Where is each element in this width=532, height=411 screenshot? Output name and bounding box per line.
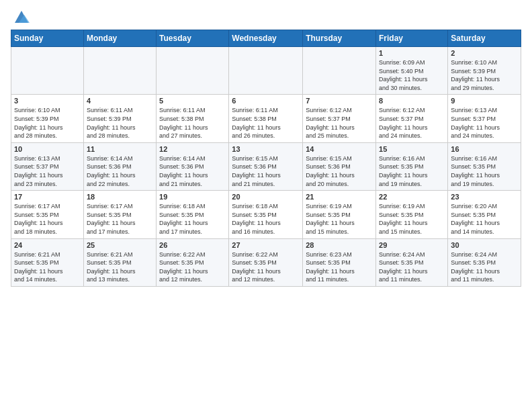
day-info: Sunrise: 6:10 AM Sunset: 5:39 PM Dayligh…	[451, 58, 518, 92]
day-number: 8	[379, 97, 445, 105]
day-number: 16	[451, 145, 518, 153]
day-number: 30	[451, 241, 518, 249]
day-info: Sunrise: 6:22 AM Sunset: 5:35 PM Dayligh…	[232, 250, 300, 284]
day-info: Sunrise: 6:09 AM Sunset: 5:40 PM Dayligh…	[379, 58, 445, 92]
calendar-cell: 13Sunrise: 6:15 AM Sunset: 5:36 PM Dayli…	[229, 142, 303, 190]
calendar-cell: 16Sunrise: 6:16 AM Sunset: 5:35 PM Dayli…	[448, 142, 521, 190]
weekday-header-saturday: Saturday	[448, 30, 521, 47]
week-row-4: 17Sunrise: 6:17 AM Sunset: 5:35 PM Dayli…	[11, 191, 521, 238]
calendar-cell: 8Sunrise: 6:12 AM Sunset: 5:37 PM Daylig…	[376, 95, 448, 142]
day-number: 11	[87, 145, 153, 153]
calendar-cell: 17Sunrise: 6:17 AM Sunset: 5:35 PM Dayli…	[11, 191, 84, 238]
day-number: 21	[306, 193, 373, 201]
calendar-cell: 12Sunrise: 6:14 AM Sunset: 5:36 PM Dayli…	[157, 142, 229, 190]
day-number: 6	[232, 97, 300, 105]
day-number: 3	[14, 97, 81, 105]
day-info: Sunrise: 6:15 AM Sunset: 5:36 PM Dayligh…	[306, 154, 373, 188]
calendar-cell: 11Sunrise: 6:14 AM Sunset: 5:36 PM Dayli…	[83, 142, 156, 190]
day-info: Sunrise: 6:11 AM Sunset: 5:39 PM Dayligh…	[87, 106, 153, 140]
header	[11, 7, 521, 26]
weekday-row: SundayMondayTuesdayWednesdayThursdayFrid…	[11, 30, 521, 47]
day-info: Sunrise: 6:19 AM Sunset: 5:35 PM Dayligh…	[306, 202, 373, 236]
day-number: 28	[306, 241, 373, 249]
day-info: Sunrise: 6:21 AM Sunset: 5:35 PM Dayligh…	[14, 250, 81, 284]
day-info: Sunrise: 6:17 AM Sunset: 5:35 PM Dayligh…	[87, 202, 153, 236]
calendar-cell: 6Sunrise: 6:11 AM Sunset: 5:38 PM Daylig…	[229, 95, 303, 142]
calendar-cell: 18Sunrise: 6:17 AM Sunset: 5:35 PM Dayli…	[83, 191, 156, 238]
day-info: Sunrise: 6:10 AM Sunset: 5:39 PM Dayligh…	[14, 106, 81, 140]
day-info: Sunrise: 6:19 AM Sunset: 5:35 PM Dayligh…	[379, 202, 445, 236]
day-info: Sunrise: 6:23 AM Sunset: 5:35 PM Dayligh…	[306, 250, 373, 284]
calendar-cell: 19Sunrise: 6:18 AM Sunset: 5:35 PM Dayli…	[157, 191, 229, 238]
weekday-header-monday: Monday	[83, 30, 156, 47]
day-info: Sunrise: 6:11 AM Sunset: 5:38 PM Dayligh…	[232, 106, 300, 140]
day-number: 10	[14, 145, 81, 153]
calendar-cell: 14Sunrise: 6:15 AM Sunset: 5:36 PM Dayli…	[303, 142, 376, 190]
day-info: Sunrise: 6:17 AM Sunset: 5:35 PM Dayligh…	[14, 202, 81, 236]
logo	[11, 7, 31, 26]
calendar: SundayMondayTuesdayWednesdayThursdayFrid…	[11, 30, 521, 287]
day-info: Sunrise: 6:14 AM Sunset: 5:36 PM Dayligh…	[87, 154, 153, 188]
calendar-cell	[83, 47, 156, 95]
calendar-cell: 7Sunrise: 6:12 AM Sunset: 5:37 PM Daylig…	[303, 95, 376, 142]
day-number: 27	[232, 241, 300, 249]
page: SundayMondayTuesdayWednesdayThursdayFrid…	[0, 0, 532, 293]
day-number: 17	[14, 193, 81, 201]
calendar-cell: 3Sunrise: 6:10 AM Sunset: 5:39 PM Daylig…	[11, 95, 84, 142]
calendar-cell: 9Sunrise: 6:13 AM Sunset: 5:37 PM Daylig…	[448, 95, 521, 142]
day-number: 13	[232, 145, 300, 153]
weekday-header-tuesday: Tuesday	[157, 30, 229, 47]
day-number: 7	[306, 97, 373, 105]
week-row-2: 3Sunrise: 6:10 AM Sunset: 5:39 PM Daylig…	[11, 95, 521, 142]
day-number: 24	[14, 241, 81, 249]
day-info: Sunrise: 6:24 AM Sunset: 5:35 PM Dayligh…	[379, 250, 445, 284]
calendar-cell	[11, 47, 84, 95]
day-info: Sunrise: 6:16 AM Sunset: 5:35 PM Dayligh…	[379, 154, 445, 188]
day-info: Sunrise: 6:13 AM Sunset: 5:37 PM Dayligh…	[451, 106, 518, 140]
logo-icon	[12, 7, 31, 26]
calendar-cell: 2Sunrise: 6:10 AM Sunset: 5:39 PM Daylig…	[448, 47, 521, 95]
day-number: 4	[87, 97, 153, 105]
day-number: 26	[159, 241, 226, 249]
weekday-header-wednesday: Wednesday	[229, 30, 303, 47]
calendar-cell	[229, 47, 303, 95]
calendar-cell: 22Sunrise: 6:19 AM Sunset: 5:35 PM Dayli…	[376, 191, 448, 238]
calendar-cell: 26Sunrise: 6:22 AM Sunset: 5:35 PM Dayli…	[157, 238, 229, 286]
day-number: 2	[451, 49, 518, 57]
day-number: 23	[451, 193, 518, 201]
day-number: 5	[159, 97, 226, 105]
calendar-cell: 15Sunrise: 6:16 AM Sunset: 5:35 PM Dayli…	[376, 142, 448, 190]
calendar-cell	[157, 47, 229, 95]
day-number: 20	[232, 193, 300, 201]
calendar-cell: 10Sunrise: 6:13 AM Sunset: 5:37 PM Dayli…	[11, 142, 84, 190]
day-info: Sunrise: 6:22 AM Sunset: 5:35 PM Dayligh…	[159, 250, 226, 284]
calendar-cell: 1Sunrise: 6:09 AM Sunset: 5:40 PM Daylig…	[376, 47, 448, 95]
day-number: 25	[87, 241, 153, 249]
day-info: Sunrise: 6:11 AM Sunset: 5:38 PM Dayligh…	[159, 106, 226, 140]
calendar-body: 1Sunrise: 6:09 AM Sunset: 5:40 PM Daylig…	[11, 47, 521, 287]
day-info: Sunrise: 6:20 AM Sunset: 5:35 PM Dayligh…	[451, 202, 518, 236]
day-info: Sunrise: 6:15 AM Sunset: 5:36 PM Dayligh…	[232, 154, 300, 188]
weekday-header-sunday: Sunday	[11, 30, 84, 47]
day-number: 18	[87, 193, 153, 201]
day-info: Sunrise: 6:14 AM Sunset: 5:36 PM Dayligh…	[159, 154, 226, 188]
weekday-header-friday: Friday	[376, 30, 448, 47]
day-info: Sunrise: 6:12 AM Sunset: 5:37 PM Dayligh…	[306, 106, 373, 140]
day-info: Sunrise: 6:13 AM Sunset: 5:37 PM Dayligh…	[14, 154, 81, 188]
week-row-3: 10Sunrise: 6:13 AM Sunset: 5:37 PM Dayli…	[11, 142, 521, 190]
day-info: Sunrise: 6:16 AM Sunset: 5:35 PM Dayligh…	[451, 154, 518, 188]
calendar-cell: 29Sunrise: 6:24 AM Sunset: 5:35 PM Dayli…	[376, 238, 448, 286]
calendar-cell: 21Sunrise: 6:19 AM Sunset: 5:35 PM Dayli…	[303, 191, 376, 238]
day-number: 15	[379, 145, 445, 153]
calendar-cell: 23Sunrise: 6:20 AM Sunset: 5:35 PM Dayli…	[448, 191, 521, 238]
weekday-header-thursday: Thursday	[303, 30, 376, 47]
day-number: 1	[379, 49, 445, 57]
calendar-cell: 24Sunrise: 6:21 AM Sunset: 5:35 PM Dayli…	[11, 238, 84, 286]
calendar-cell: 20Sunrise: 6:18 AM Sunset: 5:35 PM Dayli…	[229, 191, 303, 238]
calendar-cell: 25Sunrise: 6:21 AM Sunset: 5:35 PM Dayli…	[83, 238, 156, 286]
day-number: 22	[379, 193, 445, 201]
day-number: 12	[159, 145, 226, 153]
calendar-cell	[303, 47, 376, 95]
calendar-cell: 5Sunrise: 6:11 AM Sunset: 5:38 PM Daylig…	[157, 95, 229, 142]
week-row-5: 24Sunrise: 6:21 AM Sunset: 5:35 PM Dayli…	[11, 238, 521, 286]
